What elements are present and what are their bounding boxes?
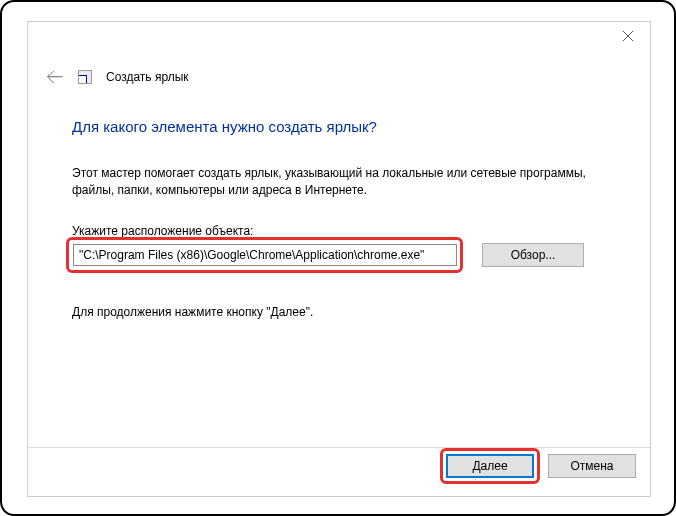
close-button[interactable] xyxy=(605,22,650,50)
dialog-footer: Далее Отмена xyxy=(440,448,636,484)
main-heading: Для какого элемента нужно создать ярлык? xyxy=(72,118,377,135)
header-row: 🡠 Создать ярлык xyxy=(46,68,189,86)
next-highlight-annotation: Далее xyxy=(440,448,540,484)
path-input[interactable] xyxy=(73,244,457,266)
browse-button[interactable]: Обзор... xyxy=(482,243,584,267)
next-button[interactable]: Далее xyxy=(446,454,534,478)
cancel-button[interactable]: Отмена xyxy=(548,454,636,478)
back-arrow-icon[interactable]: 🡠 xyxy=(46,68,64,86)
shortcut-icon xyxy=(78,70,92,84)
path-field-label: Укажите расположение объекта: xyxy=(72,224,253,238)
continue-instruction: Для продолжения нажмите кнопку "Далее". xyxy=(72,305,313,319)
dialog-title: Создать ярлык xyxy=(106,70,189,84)
create-shortcut-dialog: 🡠 Создать ярлык Для какого элемента нужн… xyxy=(27,21,651,497)
wizard-description: Этот мастер помогает создать ярлык, указ… xyxy=(72,165,602,199)
close-icon xyxy=(623,31,633,41)
